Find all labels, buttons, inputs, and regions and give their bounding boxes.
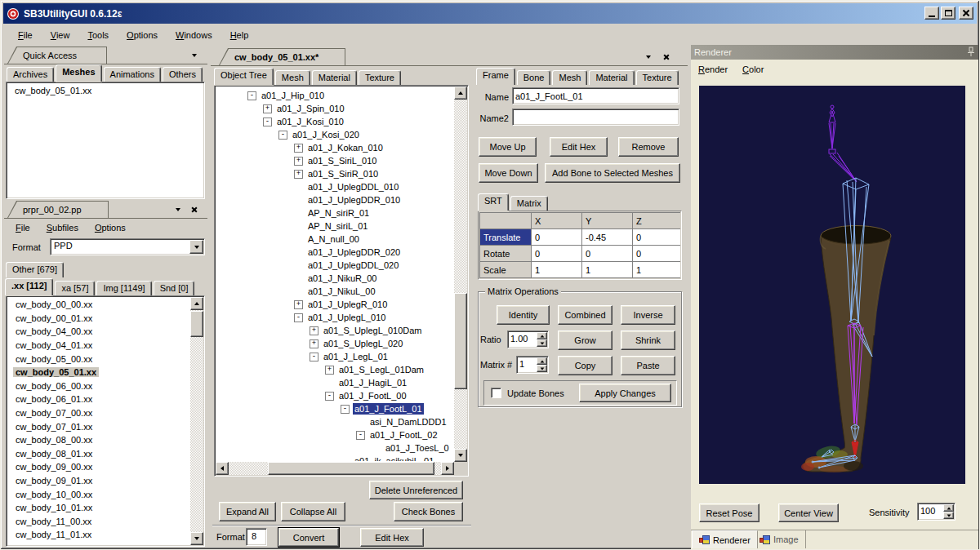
tab-object-tree[interactable]: Object Tree [214, 68, 274, 85]
tree-node[interactable]: a01_J_UplegDDL_010 [216, 180, 453, 193]
delete-unreferenced-button[interactable]: Delete Unreferenced [369, 481, 463, 499]
collapse-icon[interactable]: - [247, 91, 256, 100]
renderer-menu-render[interactable]: Render [691, 62, 735, 77]
tab-animations[interactable]: Animations [104, 67, 161, 82]
tab-texture[interactable]: Texture [359, 70, 401, 85]
pp-menu-options[interactable]: Options [87, 220, 134, 235]
expand-icon[interactable]: + [325, 366, 334, 375]
scrollbar-thumb[interactable] [268, 462, 434, 475]
menu-windows[interactable]: Windows [167, 27, 221, 43]
tab-material[interactable]: Material [312, 70, 357, 85]
tree-node[interactable]: +a01_J_UplegR_010 [216, 298, 453, 311]
tree-node[interactable]: a01_J_NikuL_00 [216, 285, 453, 298]
renderer-header[interactable]: Renderer [691, 45, 978, 60]
file-list-item[interactable]: cw_body_06_01.xx [7, 393, 189, 406]
name-input[interactable] [512, 87, 679, 104]
tab-srt[interactable]: SRT [478, 193, 509, 211]
tree-node[interactable]: a01_J_ToesL_0 [216, 441, 453, 455]
file-list-item[interactable]: cw_body_10_00.xx [7, 487, 189, 501]
expand-icon[interactable]: + [294, 300, 303, 309]
document-dropdown-button[interactable] [642, 51, 655, 63]
maximize-button[interactable] [941, 7, 956, 20]
collapse-icon[interactable]: - [294, 313, 303, 322]
pp-dropdown-button[interactable] [172, 203, 185, 215]
tree-node[interactable]: -a01_J_Hip_010 [216, 89, 453, 102]
tree-node[interactable]: asi_N_DamLDDD1 [216, 415, 453, 428]
file-list-item[interactable]: cw_body_06_00.xx [7, 379, 189, 393]
tree-hscrollbar[interactable] [216, 462, 454, 475]
title-bar[interactable]: SB3UtilityGUI 0.6.12ε [3, 3, 977, 24]
file-list-item[interactable]: cw_body_09_00.xx [7, 460, 189, 474]
remove-button[interactable]: Remove [618, 137, 679, 157]
file-list-item[interactable]: cw_body_09_01.xx [7, 474, 189, 488]
check-bones-button[interactable]: Check Bones [394, 502, 463, 521]
add-bone-button[interactable]: Add Bone to Selected Meshes [545, 163, 680, 183]
tab-xa[interactable]: xa [57] [55, 281, 95, 295]
file-list-item[interactable]: cw_body_11_01.xx [7, 528, 189, 542]
scrollbar-thumb[interactable] [190, 311, 203, 337]
file-list-item[interactable]: cw_body_08_00.xx [7, 433, 189, 447]
menu-options[interactable]: Options [118, 27, 167, 43]
convert-format-field[interactable]: 8 [246, 528, 267, 546]
srt-translate-z[interactable]: 0 [633, 229, 680, 245]
move-up-button[interactable]: Move Up [479, 137, 537, 157]
tab-renderer[interactable]: Renderer [692, 530, 758, 548]
tab-pp-file[interactable]: prpr_00_02.pp [7, 201, 109, 218]
grow-button[interactable]: Grow [558, 330, 612, 350]
apply-changes-button[interactable]: Apply Changes [579, 384, 671, 402]
expand-icon[interactable]: + [310, 326, 318, 335]
list-item[interactable]: cw_body_05_01.xx [7, 84, 204, 98]
file-list-item[interactable]: cw_body_08_01.xx [7, 447, 189, 461]
tab-xx[interactable]: .xx [112] [5, 278, 53, 295]
spin-down-button[interactable] [537, 365, 547, 372]
tab-frame-texture[interactable]: Texture [636, 70, 679, 85]
convert-button[interactable]: Convert [278, 528, 339, 547]
tab-img[interactable]: Img [1149] [96, 281, 151, 295]
renderer-viewport[interactable] [699, 86, 965, 484]
tree-node[interactable]: a01_ik_asikubiL_01 [216, 455, 453, 461]
expand-icon[interactable]: + [294, 144, 303, 153]
tree-node[interactable]: a01_J_HagiL_01 [216, 376, 453, 389]
scroll-down-button[interactable] [190, 532, 203, 545]
tree-node[interactable]: -a01_J_LegL_01 [216, 350, 453, 363]
tab-quick-access[interactable]: Quick Access [7, 47, 107, 64]
tree-node[interactable]: -a01_J_FootL_01 [216, 402, 453, 415]
file-list-item[interactable]: cw_body_05_01.xx [7, 366, 189, 379]
srt-translate-x[interactable]: 0 [532, 229, 581, 245]
collapse-icon[interactable]: - [341, 405, 350, 414]
file-list-item[interactable]: cw_body_11_00.xx [7, 515, 189, 529]
move-down-button[interactable]: Move Down [479, 163, 538, 183]
tab-matrix[interactable]: Matrix [510, 196, 548, 211]
file-list-item[interactable]: cw_body_05_00.xx [7, 352, 189, 366]
tree-node[interactable]: -a01_J_Kosi_020 [216, 128, 453, 141]
tab-bone[interactable]: Bone [517, 70, 551, 85]
tab-archives[interactable]: Archives [7, 67, 54, 82]
pp-format-dropdown-button[interactable] [189, 240, 203, 254]
tree-vscrollbar[interactable] [454, 86, 467, 462]
tree-node[interactable]: a01_J_NikuR_00 [216, 272, 453, 285]
tab-mesh[interactable]: Mesh [275, 70, 310, 85]
expand-icon[interactable]: + [263, 104, 272, 113]
expand-icon[interactable]: + [294, 170, 303, 179]
sensitivity-spinner[interactable]: 100 [917, 503, 956, 521]
tree-node[interactable]: +a01_S_UplegL_010Dam [216, 324, 453, 337]
tree-node[interactable]: +a01_J_Kokan_010 [216, 141, 453, 154]
spin-down-button[interactable] [537, 339, 547, 347]
tree-node[interactable]: +a01_J_Spin_010 [216, 102, 453, 115]
tree-node[interactable]: -a01_J_Kosi_010 [216, 115, 453, 128]
tree-node[interactable]: -a01_J_UplegL_010 [216, 311, 453, 324]
srt-scale-x[interactable]: 1 [532, 262, 581, 277]
name2-input[interactable] [512, 109, 679, 126]
srt-scale-z[interactable]: 1 [633, 262, 680, 277]
expand-all-button[interactable]: Expand All [219, 502, 276, 521]
collapse-all-button[interactable]: Collapse All [281, 502, 345, 521]
spin-up-button[interactable] [537, 332, 547, 339]
menu-help[interactable]: Help [221, 27, 258, 43]
tree-node[interactable]: -a01_J_FootL_02 [216, 428, 453, 441]
srt-translate-y[interactable]: -0.45 [582, 229, 632, 245]
srt-rotate-y[interactable]: 0 [582, 246, 632, 261]
quick-access-dropdown-button[interactable] [188, 49, 201, 61]
file-list[interactable]: cw_body_00_00.xxcw_body_00_01.xxcw_body_… [7, 298, 189, 545]
spin-down-button[interactable] [943, 512, 954, 519]
srt-row-rotate[interactable]: Rotate [480, 246, 531, 261]
